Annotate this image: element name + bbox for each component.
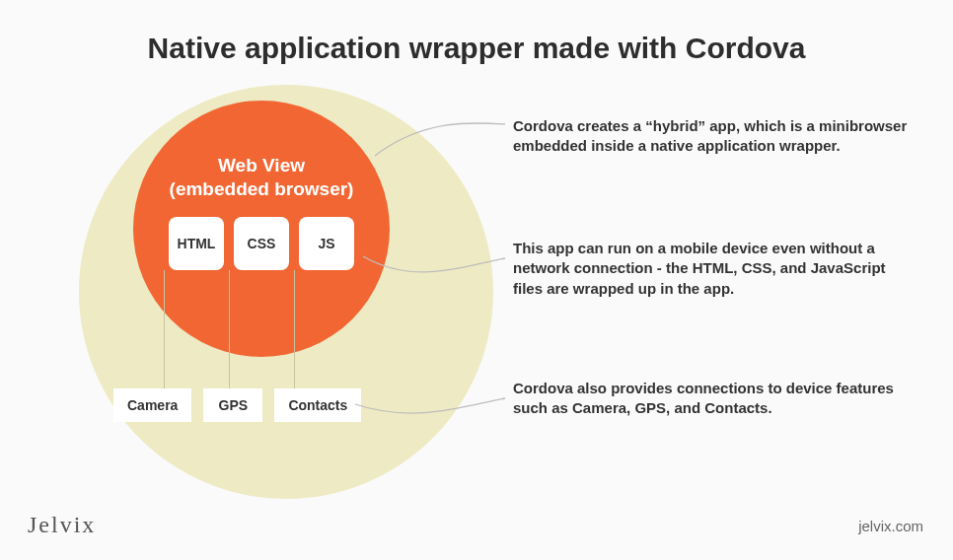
webview-circle: Web View (embedded browser) HTML CSS JS [133,101,390,357]
description-1: Cordova creates a “hybrid” app, which is… [513,116,908,157]
webview-title-line1: Web View [218,155,305,175]
feature-contacts-box: Contacts [274,388,361,422]
description-2: This app can run on a mobile device even… [513,239,908,299]
site-link: jelvix.com [858,518,923,534]
tech-row: HTML CSS JS [133,217,390,270]
feature-camera-box: Camera [113,388,191,422]
webview-title: Web View (embedded browser) [133,154,390,201]
feature-gps-box: GPS [203,388,262,422]
diagram-canvas: Native application wrapper made with Cor… [0,0,953,560]
tech-js-box: JS [299,217,354,270]
description-3: Cordova also provides connections to dev… [513,379,908,419]
connector-line [164,270,165,388]
brand-logo: Jelvix [28,512,96,538]
tech-html-box: HTML [169,217,224,270]
webview-title-line2: (embedded browser) [170,178,354,199]
connector-line [229,270,230,388]
page-title: Native application wrapper made with Cor… [0,32,953,65]
connector-line [294,270,295,388]
feature-row: Camera GPS Contacts [113,388,361,422]
tech-css-box: CSS [234,217,289,270]
